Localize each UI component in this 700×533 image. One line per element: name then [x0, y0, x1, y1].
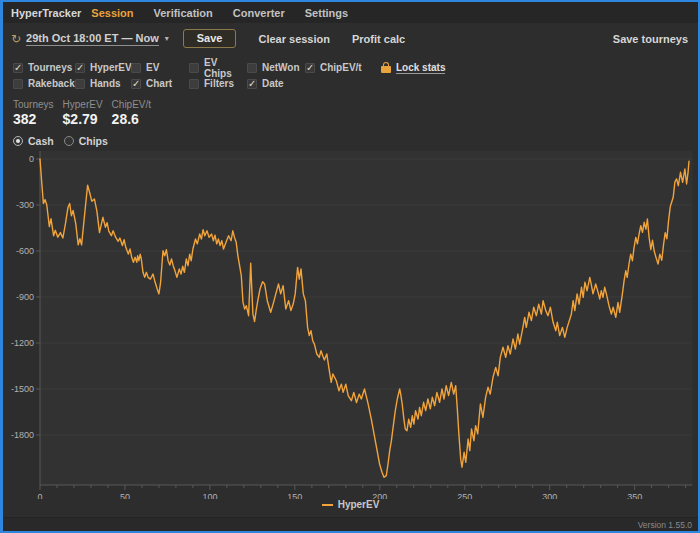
stat-value: 28.6: [112, 111, 151, 127]
radio-icon: [64, 136, 74, 146]
hyperev-chart: 0-300-600-900-1200-1500-1800050100150200…: [3, 147, 698, 499]
checkbox-label: Chart: [146, 78, 172, 89]
date-range-selector[interactable]: 29th Oct 18:00 ET — Now ▾: [26, 32, 169, 46]
checkbox-box: ✓: [189, 79, 199, 89]
stat-label: Tourneys: [13, 99, 54, 110]
profit-calc-button[interactable]: Profit calc: [352, 33, 405, 45]
checkbox-rakeback[interactable]: ✓ Rakeback: [13, 76, 75, 91]
app-window: HyperTracker Session Verification Conver…: [0, 0, 700, 533]
checkbox-filters[interactable]: ✓ Filters: [189, 76, 247, 91]
checkbox-box: ✓: [75, 79, 85, 89]
stats-row: Tourneys 382 HyperEV $2.79 ChipEV/t 28.6: [3, 93, 698, 127]
radio-chips[interactable]: Chips: [64, 135, 108, 147]
menubar: HyperTracker Session Verification Conver…: [3, 2, 698, 23]
checkbox-tourneys[interactable]: ✓ Tourneys: [13, 60, 75, 75]
checkbox-hyperev[interactable]: ✓ HyperEV: [75, 60, 131, 75]
filter-checkboxes: ✓ Tourneys ✓ HyperEV ✓ EV ✓ EV Chips ✓ N…: [3, 54, 698, 93]
checkbox-box: ✓: [75, 63, 85, 73]
tab-settings[interactable]: Settings: [295, 4, 358, 22]
svg-text:-300: -300: [16, 200, 34, 210]
checkbox-label: Filters: [204, 78, 234, 89]
date-range-text: 29th Oct 18:00 ET — Now: [26, 32, 159, 46]
toolbar: ↻ 29th Oct 18:00 ET — Now ▾ Save Clear s…: [3, 23, 698, 54]
checkbox-label: Tourneys: [28, 62, 72, 73]
checkbox-box: ✓: [131, 79, 141, 89]
stat-label: HyperEV: [63, 99, 103, 110]
checkbox-box: ✓: [247, 79, 257, 89]
checkbox-label: Hands: [90, 78, 121, 89]
svg-text:50: 50: [120, 492, 130, 499]
stat-chipev-t: ChipEV/t 28.6: [112, 99, 151, 127]
radio-label: Chips: [79, 135, 108, 147]
svg-text:-900: -900: [16, 292, 34, 302]
legend-line-swatch: [322, 504, 333, 506]
svg-text:-1200: -1200: [11, 338, 34, 348]
checkbox-date[interactable]: ✓ Date: [247, 76, 305, 91]
svg-text:-1800: -1800: [11, 430, 34, 440]
stat-label: ChipEV/t: [112, 99, 151, 110]
lock-icon: [381, 62, 391, 73]
radio-icon: [13, 136, 23, 146]
checkbox-ev-chips[interactable]: ✓ EV Chips: [189, 60, 247, 75]
check-icon: ✓: [76, 63, 84, 72]
radio-label: Cash: [28, 135, 54, 147]
checkbox-box: ✓: [305, 63, 315, 73]
save-tourneys-button[interactable]: Save tourneys: [613, 33, 688, 45]
checkbox-label: HyperEV: [90, 62, 132, 73]
checkbox-label: ChipEV/t: [320, 62, 362, 73]
checkbox-netwon[interactable]: ✓ NetWon: [247, 60, 305, 75]
svg-text:300: 300: [542, 492, 557, 499]
svg-text:-1500: -1500: [11, 384, 34, 394]
checkbox-label: EV: [146, 62, 159, 73]
checkbox-chipev-t[interactable]: ✓ ChipEV/t: [305, 60, 381, 75]
version-text: Version 1.55.0: [638, 520, 692, 530]
refresh-icon[interactable]: ↻: [11, 33, 21, 45]
checkbox-box: ✓: [247, 63, 257, 73]
mode-selector: Cash Chips: [3, 127, 698, 147]
checkbox-ev[interactable]: ✓ EV: [131, 60, 189, 75]
tab-verification[interactable]: Verification: [144, 4, 223, 22]
checkbox-box: ✓: [189, 63, 199, 73]
svg-text:200: 200: [372, 492, 387, 499]
svg-text:100: 100: [202, 492, 217, 499]
svg-text:150: 150: [287, 492, 302, 499]
checkbox-label: Rakeback: [28, 78, 75, 89]
chart-legend[interactable]: HyperEV: [3, 499, 698, 510]
checkbox-chart[interactable]: ✓ Chart: [131, 76, 189, 91]
stat-value: 382: [13, 111, 54, 127]
status-bar: Version 1.55.0: [3, 517, 698, 531]
tab-session[interactable]: Session: [81, 4, 143, 22]
check-icon: ✓: [306, 63, 314, 72]
stat-value: $2.79: [63, 111, 103, 127]
svg-text:250: 250: [457, 492, 472, 499]
lock-stats-button[interactable]: Lock stats: [381, 60, 698, 75]
checkbox-box: ✓: [13, 79, 23, 89]
svg-text:0: 0: [29, 154, 34, 164]
save-button[interactable]: Save: [183, 29, 237, 48]
checkbox-box: ✓: [131, 63, 141, 73]
legend-label: HyperEV: [338, 499, 380, 510]
checkbox-label: Date: [262, 78, 284, 89]
tab-converter[interactable]: Converter: [223, 4, 295, 22]
app-title: HyperTracker: [11, 7, 81, 19]
lock-stats-label: Lock stats: [396, 62, 445, 74]
stat-tourneys: Tourneys 382: [13, 99, 54, 127]
chevron-down-icon: ▾: [165, 34, 169, 43]
stat-hyperev: HyperEV $2.79: [63, 99, 103, 127]
check-icon: ✓: [132, 79, 140, 88]
check-icon: ✓: [14, 63, 22, 72]
svg-text:-600: -600: [16, 246, 34, 256]
checkbox-hands[interactable]: ✓ Hands: [75, 76, 131, 91]
checkbox-label: NetWon: [262, 62, 300, 73]
checkbox-box: ✓: [13, 63, 23, 73]
radio-cash[interactable]: Cash: [13, 135, 54, 147]
check-icon: ✓: [248, 79, 256, 88]
clear-session-button[interactable]: Clear session: [258, 33, 330, 45]
chart-area: 0-300-600-900-1200-1500-1800050100150200…: [3, 147, 698, 517]
svg-text:350: 350: [627, 492, 642, 499]
svg-text:0: 0: [37, 492, 42, 499]
